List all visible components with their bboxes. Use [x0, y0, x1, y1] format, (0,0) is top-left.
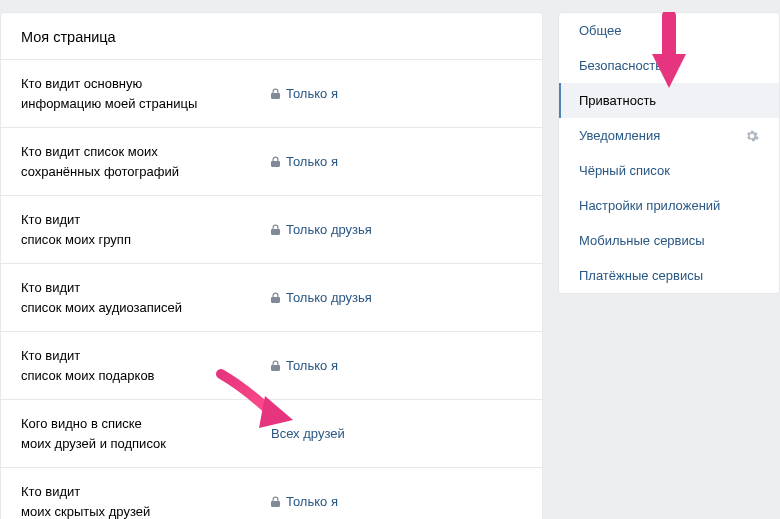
privacy-main-panel: Моя страница Кто видит основнуюинформаци… — [0, 12, 543, 519]
settings-list: Кто видит основнуюинформацию моей страни… — [1, 60, 542, 519]
sidebar-item[interactable]: Чёрный список — [559, 153, 779, 188]
setting-label: Кого видно в спискемоих друзей и подписо… — [21, 414, 271, 453]
setting-label: Кто видитсписок моих подарков — [21, 346, 271, 385]
setting-value-dropdown[interactable]: Только друзья — [271, 290, 372, 305]
sidebar-item[interactable]: Общее — [559, 13, 779, 48]
lock-icon — [271, 360, 280, 371]
sidebar-item[interactable]: Платёжные сервисы — [559, 258, 779, 293]
setting-value-dropdown[interactable]: Только я — [271, 86, 338, 101]
setting-value-dropdown[interactable]: Только я — [271, 358, 338, 373]
setting-row: Кого видно в спискемоих друзей и подписо… — [1, 400, 542, 468]
setting-label: Кто видит основнуюинформацию моей страни… — [21, 74, 271, 113]
sidebar-item[interactable]: Уведомления — [559, 118, 779, 153]
setting-value-dropdown[interactable]: Только друзья — [271, 222, 372, 237]
sidebar-item-label: Мобильные сервисы — [579, 233, 705, 248]
lock-icon — [271, 224, 280, 235]
setting-value-text: Только друзья — [286, 222, 372, 237]
lock-icon — [271, 292, 280, 303]
sidebar-item[interactable]: Мобильные сервисы — [559, 223, 779, 258]
setting-label: Кто видит список моихсохранённых фотогра… — [21, 142, 271, 181]
setting-row: Кто видит основнуюинформацию моей страни… — [1, 60, 542, 128]
lock-icon — [271, 156, 280, 167]
sidebar-item-label: Настройки приложений — [579, 198, 720, 213]
setting-value-text: Только я — [286, 86, 338, 101]
sidebar-item[interactable]: Приватность — [559, 83, 779, 118]
setting-row: Кто видитсписок моих группТолько друзья — [1, 196, 542, 264]
setting-value-dropdown[interactable]: Всех друзей — [271, 426, 345, 441]
setting-label: Кто видитмоих скрытых друзей — [21, 482, 271, 519]
setting-value-text: Только я — [286, 154, 338, 169]
sidebar-item[interactable]: Настройки приложений — [559, 188, 779, 223]
sidebar-item[interactable]: Безопасность — [559, 48, 779, 83]
sidebar-item-label: Уведомления — [579, 128, 660, 143]
panel-title: Моя страница — [1, 13, 542, 60]
setting-value-text: Всех друзей — [271, 426, 345, 441]
setting-row: Кто видит список моихсохранённых фотогра… — [1, 128, 542, 196]
setting-value-text: Только я — [286, 494, 338, 509]
setting-row: Кто видитсписок моих подарковТолько я — [1, 332, 542, 400]
settings-sidebar: ОбщееБезопасностьПриватностьУведомленияЧ… — [558, 12, 780, 519]
sidebar-panel: ОбщееБезопасностьПриватностьУведомленияЧ… — [558, 12, 780, 294]
sidebar-item-label: Платёжные сервисы — [579, 268, 703, 283]
setting-label: Кто видитсписок моих групп — [21, 210, 271, 249]
sidebar-item-label: Приватность — [579, 93, 656, 108]
setting-value-dropdown[interactable]: Только я — [271, 154, 338, 169]
setting-value-dropdown[interactable]: Только я — [271, 494, 338, 509]
lock-icon — [271, 496, 280, 507]
gear-icon[interactable] — [745, 129, 759, 143]
setting-value-text: Только друзья — [286, 290, 372, 305]
setting-label: Кто видитсписок моих аудиозаписей — [21, 278, 271, 317]
sidebar-item-label: Чёрный список — [579, 163, 670, 178]
setting-value-text: Только я — [286, 358, 338, 373]
sidebar-item-label: Безопасность — [579, 58, 662, 73]
sidebar-item-label: Общее — [579, 23, 622, 38]
setting-row: Кто видитмоих скрытых друзейТолько я — [1, 468, 542, 519]
setting-row: Кто видитсписок моих аудиозаписейТолько … — [1, 264, 542, 332]
lock-icon — [271, 88, 280, 99]
